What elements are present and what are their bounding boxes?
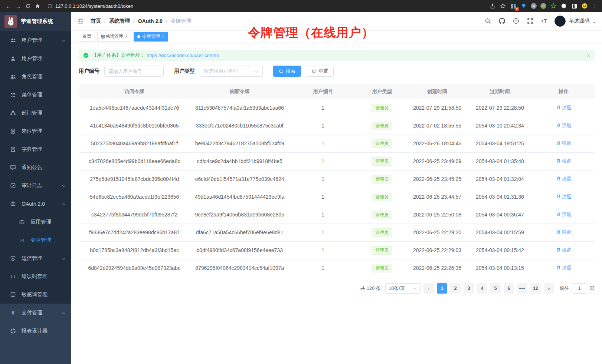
hamburger-icon[interactable]: [76, 17, 85, 25]
audit-log-icon: [10, 182, 16, 189]
cell-access-token: 41c41346a548490f9dc8b01c6bfe0865: [79, 117, 190, 135]
sidebar-item-report[interactable]: 报表设计器: [0, 322, 71, 340]
sidebar-item-user[interactable]: 用户管理: [0, 49, 71, 67]
extension-star-icon[interactable]: [550, 3, 557, 9]
tab-敏感词管理[interactable]: 敏感词管理×: [97, 32, 131, 42]
page-button-1[interactable]: 1: [437, 283, 447, 294]
app-logo[interactable]: 芋道管理系统: [0, 12, 71, 31]
cell-user-type: 管理员: [357, 188, 407, 206]
sidebar-item-oauth2[interactable]: OAuth 2.0: [0, 195, 71, 213]
sidebar-item-dict[interactable]: 字典管理: [0, 140, 71, 158]
cell-actions: 强退: [533, 206, 595, 224]
sidebar-item-menu[interactable]: 菜单管理: [0, 86, 71, 104]
force-logout-button[interactable]: 强退: [556, 122, 572, 129]
tab-令牌管理[interactable]: 令牌管理×: [134, 32, 168, 42]
cell-expire-time: 2022-07-29 22:28:50: [467, 99, 533, 117]
sidebar-item-oauth2-token[interactable]: 令牌管理: [0, 231, 71, 249]
browser-chrome: ← → 127.0.0.1:1024/system/oauth2/token 9…: [0, 0, 602, 12]
breadcrumb: 首页/系统管理/OAuth 2.0/令牌管理: [91, 18, 192, 24]
cell-refresh-token: 333ecfc71e02480cb11055c875c3ca0f: [190, 117, 289, 135]
search-button[interactable]: 搜索: [273, 66, 301, 77]
extension-gem-icon[interactable]: [520, 3, 527, 9]
tab-close-icon[interactable]: ×: [162, 34, 164, 39]
page-button-4[interactable]: 4: [477, 283, 487, 294]
user-type-select[interactable]: 请选择用户类型: [200, 66, 263, 77]
search-icon[interactable]: [484, 17, 491, 25]
prev-page-button[interactable]: ‹: [423, 283, 434, 294]
breadcrumb-separator: /: [166, 18, 167, 24]
column-header: 访问令牌: [79, 84, 190, 99]
browser-home-icon[interactable]: [33, 1, 42, 11]
force-logout-button[interactable]: 强退: [556, 105, 572, 111]
page-button-5[interactable]: 5: [490, 283, 501, 294]
force-logout-button[interactable]: 强退: [556, 229, 572, 236]
cell-access-token: c347026e805e4d99b0d116eae66eda8c: [79, 152, 190, 170]
cell-access-token: 6d842e2924594de9a09e45e087323abe: [79, 259, 190, 277]
tab-首页[interactable]: 首页: [79, 32, 95, 42]
force-logout-button[interactable]: 强退: [556, 140, 572, 147]
trash-icon: [556, 212, 561, 218]
cell-access-token: b0d1785bc3a8482f812db4a3f3bd15ec: [79, 241, 190, 259]
force-logout-button[interactable]: 强退: [556, 193, 572, 200]
force-logout-button[interactable]: 强退: [556, 158, 572, 165]
force-logout-button[interactable]: 强退: [556, 247, 572, 254]
user-id-input[interactable]: [104, 66, 164, 77]
active-dot: [137, 35, 140, 38]
profile-emoji-icon[interactable]: [581, 3, 588, 9]
sidebar-item-tenant[interactable]: 租户管理: [0, 31, 71, 49]
breadcrumb-item[interactable]: OAuth 2.0: [138, 18, 163, 24]
page-ellipsis-button[interactable]: •••: [517, 283, 527, 294]
sidebar-item-audit[interactable]: 审计日志: [0, 176, 71, 195]
cell-created-time: 2022-06-25 22:26:36: [407, 259, 467, 277]
force-logout-button[interactable]: 强退: [556, 211, 572, 218]
trash-icon: [556, 229, 561, 235]
font-size-icon[interactable]: TT: [540, 17, 548, 25]
help-icon[interactable]: ?: [512, 17, 520, 25]
github-icon[interactable]: [498, 17, 506, 25]
extension-command-icon[interactable]: ⌘: [531, 3, 537, 9]
tab-close-icon[interactable]: ×: [125, 34, 128, 39]
bookmark-star-icon[interactable]: [500, 3, 506, 9]
sidebar-item-pay[interactable]: ¥支付管理: [0, 304, 71, 322]
sidebar-item-notice[interactable]: 通知公告: [0, 158, 71, 176]
extension-puzzle-icon[interactable]: [560, 3, 567, 9]
page-size-select[interactable]: 10条/页: [385, 283, 421, 294]
sidebar-item-errorcode[interactable]: 错误码管理: [0, 267, 71, 285]
force-logout-button[interactable]: 强退: [556, 265, 572, 271]
sidebar-item-sms[interactable]: 短信管理: [0, 249, 71, 267]
reset-button[interactable]: 重置: [306, 66, 334, 77]
user-icon: [10, 55, 16, 62]
sidebar-toggle-icon[interactable]: [571, 3, 578, 9]
next-page-button[interactable]: ›: [544, 283, 554, 294]
fullscreen-icon[interactable]: [526, 17, 534, 25]
sidebar-item-label: 角色管理: [22, 73, 66, 80]
table-row: 275e5de9151045fe87cbdc395e004f4de6cfd40e…: [79, 170, 595, 188]
user-menu[interactable]: 芋道源码: [554, 16, 596, 27]
doc-link[interactable]: https://doc.iocoder.cn/user-center/: [147, 53, 219, 58]
sidebar-item-role[interactable]: 角色管理: [0, 67, 71, 86]
force-logout-button[interactable]: 强退: [556, 176, 572, 182]
alert-close-icon[interactable]: ×: [587, 52, 590, 59]
breadcrumb-item[interactable]: 系统管理: [109, 18, 130, 24]
browser-forward-icon[interactable]: →: [13, 1, 23, 11]
page-button-6[interactable]: 6: [504, 283, 514, 294]
sidebar-item-oauth2-app[interactable]: 应用管理: [0, 213, 71, 231]
cell-actions: 强退: [533, 135, 595, 152]
page-button-2[interactable]: 2: [450, 283, 461, 294]
breadcrumb-item[interactable]: 首页: [91, 18, 101, 24]
page-button-12[interactable]: 12: [530, 283, 541, 294]
annotation-title: 令牌管理（在线用户）: [248, 24, 374, 41]
sidebar-item-post[interactable]: 岗位管理: [0, 122, 71, 140]
chevron-down-icon: [413, 286, 417, 290]
extension-record-icon[interactable]: [540, 3, 546, 9]
browser-reload-icon[interactable]: [23, 1, 33, 11]
address-bar[interactable]: 127.0.0.1:1024/system/oauth2/token: [48, 3, 489, 9]
share-icon[interactable]: [489, 3, 496, 9]
sidebar-item-sensitive-word[interactable]: 敏感词管理: [0, 285, 71, 304]
extension-grid-icon[interactable]: 9: [510, 3, 517, 9]
sidebar-item-dept[interactable]: 部门管理: [0, 104, 71, 122]
browser-back-icon[interactable]: ←: [4, 1, 13, 11]
browser-menu-icon[interactable]: ⋮: [592, 3, 598, 9]
goto-page-input[interactable]: [572, 283, 587, 294]
page-button-3[interactable]: 3: [464, 283, 474, 294]
